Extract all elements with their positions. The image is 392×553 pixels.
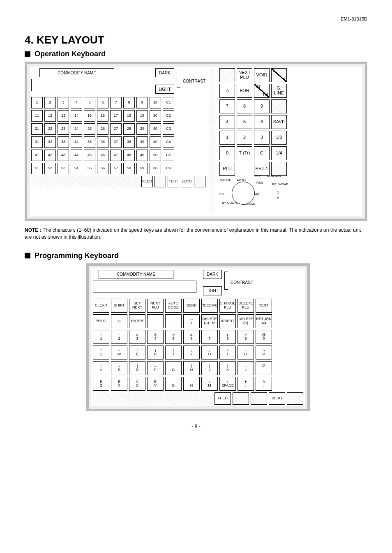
test-key[interactable]: TEST [168,176,179,187]
speed-key[interactable]: 14 [71,110,82,122]
speed-key[interactable]: 58 [123,163,135,174]
speed-key[interactable]: 46 [97,150,108,161]
speed-key[interactable]: 30 [150,123,161,135]
prog-key[interactable]: |J [201,361,218,375]
speed-key[interactable]: 39 [136,136,148,148]
prog-key[interactable]: CHANGE PLU [219,299,236,313]
prog-key[interactable]: CLEAR [93,299,109,313]
speed-key[interactable]: 28 [123,123,135,135]
speed-key[interactable]: 56 [97,163,108,174]
speed-key[interactable]: 48 [123,150,135,161]
function-key[interactable]: LR [271,68,287,82]
function-key[interactable]: 8 [237,99,252,113]
speed-key[interactable]: 41 [31,150,43,161]
speed-key[interactable]: 59 [136,163,148,174]
prog-key[interactable]: *Q [93,346,109,359]
speed-key[interactable]: 55 [84,163,95,174]
speed-key[interactable]: 23 [58,123,69,135]
function-key[interactable]: 4 [219,115,235,129]
function-key[interactable]: 6 [254,115,270,129]
speed-key[interactable]: 37 [110,136,122,148]
prog-key[interactable]: ↓M [201,377,218,391]
speed-key[interactable]: C1 [163,97,174,108]
prog-key[interactable]: SET NEXT [129,299,145,313]
prog-key[interactable]: Λ. [256,377,272,391]
speed-key[interactable]: C3 [163,123,174,135]
prog-key[interactable]: ;U [201,346,218,359]
speed-key[interactable]: 33 [58,136,69,148]
speed-key[interactable]: 50 [150,150,161,161]
prog-key[interactable]: )R [147,346,164,359]
speed-key[interactable]: 42 [44,150,56,161]
speed-key[interactable]: 1 [31,97,43,108]
zero-key[interactable]: ZERO [181,176,192,187]
speed-key[interactable]: 54 [71,163,82,174]
speed-key[interactable]: 35 [84,136,95,148]
prog-key[interactable]: (8 [219,330,236,344]
speed-key[interactable]: 5 [84,97,95,108]
speed-key[interactable]: 8 [123,97,135,108]
speed-key[interactable]: 43 [58,150,69,161]
function-key[interactable]: PRT /. [254,162,270,176]
prog-key[interactable]: ☑. [256,361,272,375]
speed-key[interactable]: 49 [136,150,148,161]
zero-key[interactable]: ZERO [269,392,285,405]
prog-key[interactable]: }K [219,361,236,375]
speed-key[interactable]: 19 [136,110,148,122]
function-key[interactable]: 1/4 [271,146,287,160]
function-key[interactable]: VOID [254,68,270,82]
function-key[interactable]: 9 [254,99,270,113]
prog-key[interactable]: ENTER [129,314,145,328]
speed-key[interactable]: 29 [136,123,148,135]
prog-key[interactable]: &6 [183,330,200,344]
prog-key[interactable]: ←N [183,377,200,391]
speed-key[interactable]: 60 [150,163,161,174]
speed-key[interactable]: C2 [163,110,174,122]
prog-key[interactable]: ↑SPACE [219,377,236,391]
function-key[interactable]: G. LINE [271,84,287,98]
speed-key[interactable]: 45 [84,150,95,161]
function-key[interactable]: FOR [237,84,252,98]
prog-key[interactable]: ÊV [147,377,164,391]
feed-key[interactable]: FEED [141,176,153,187]
prog-key[interactable]: SEND [183,299,200,313]
prog-key[interactable]: _G [165,361,182,375]
speed-key[interactable]: 2 [44,97,56,108]
function-key[interactable]: 1 [219,131,235,145]
feed-key[interactable]: FEED [214,392,231,405]
function-key[interactable]: 5 [237,115,252,129]
speed-key[interactable]: 26 [97,123,108,135]
speed-key[interactable]: 20 [150,110,161,122]
prog-key[interactable]: SHIFT [111,299,127,313]
function-key[interactable]: NEXT PLU [237,68,252,82]
prog-key[interactable]: ← [165,314,182,328]
function-key[interactable]: 7 [219,99,235,113]
speed-key[interactable]: 31 [31,136,43,148]
prog-key[interactable]: (E [129,346,145,359]
prog-key[interactable]: →1 [183,314,200,328]
function-key[interactable]: ◇ [219,84,235,98]
prog-key[interactable]: @0 [256,330,272,344]
function-key[interactable]: 1/2 [271,131,287,145]
prog-key[interactable]: ?9 [238,330,254,344]
speed-key[interactable]: 15 [84,110,95,122]
prog-key[interactable]: :Y [183,346,200,359]
speed-key[interactable]: 24 [71,123,82,135]
speed-key[interactable]: 21 [31,123,43,135]
prog-key[interactable]: DELETE (A) 1/2 [201,314,218,328]
speed-key[interactable]: 17 [110,110,122,122]
function-key[interactable]: C [254,146,270,160]
function-key[interactable]: SAVE [271,115,287,129]
speed-key[interactable]: 47 [110,150,122,161]
speed-key[interactable]: 44 [71,150,82,161]
prog-key[interactable]: DELETE (B) [238,314,254,328]
speed-key[interactable]: 22 [44,123,56,135]
prog-key[interactable]: . [147,314,164,328]
speed-key[interactable]: 34 [71,136,82,148]
speed-key[interactable]: 7 [110,97,122,108]
prog-key[interactable]: ÂC [129,377,145,391]
speed-key[interactable]: 32 [44,136,56,148]
prog-key[interactable]: AUTO CODE [165,299,182,313]
prog-key[interactable]: <I [219,346,236,359]
prog-key[interactable]: NEXT PLU [147,299,164,313]
